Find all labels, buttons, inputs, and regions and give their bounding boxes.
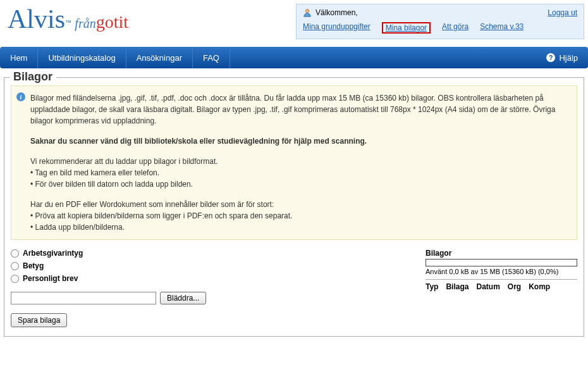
link-schema[interactable]: Schema v.33 — [480, 22, 524, 34]
col-bilaga: Bilaga — [446, 282, 469, 291]
col-datum: Datum — [476, 282, 499, 291]
link-grunduppgifter[interactable]: Mina grunduppgifter — [303, 22, 371, 34]
usage-text: Använt 0,0 kB av 15 MB (15360 kB) (0,0%) — [426, 268, 577, 275]
logo: Alvis™ frångotit — [8, 4, 128, 34]
radio-arbetsgivarintyg-label[interactable]: Arbetsgivarintyg — [23, 249, 83, 258]
nav-help-label: Hjälp — [559, 53, 578, 63]
header: Alvis™ frångotit Välkommen, Logga ut Min… — [0, 0, 588, 46]
radio-betyg-label[interactable]: Betyg — [23, 261, 44, 270]
attachments-panel: Bilagor Använt 0,0 kB av 15 MB (15360 kB… — [426, 249, 577, 327]
link-mina-bilagor[interactable]: Mina bilagor — [382, 22, 431, 34]
welcome-box: Välkommen, Logga ut Mina grunduppgifter … — [296, 4, 584, 39]
nav-hem[interactable]: Hem — [0, 47, 38, 68]
radio-arbetsgivarintyg[interactable] — [11, 249, 19, 258]
radio-personligt-brev[interactable] — [11, 275, 19, 283]
file-path-input[interactable] — [11, 292, 156, 304]
welcome-links: Mina grunduppgifter Mina bilagor Att gör… — [303, 22, 577, 34]
usage-bar — [426, 259, 577, 266]
col-org: Org — [508, 282, 521, 291]
info-p3c: • För över bilden till datorn och ladda … — [30, 178, 569, 190]
col-komp: Komp — [529, 282, 550, 291]
svg-point-0 — [305, 9, 309, 13]
info-p2: Saknar du scanner vänd dig till bibliote… — [30, 135, 569, 147]
info-box: i Bilagor med filändelserna .jpg, .gif, … — [11, 85, 577, 240]
page-title: Bilagor — [9, 70, 56, 84]
nav-help[interactable]: ? Hjälp — [536, 47, 588, 68]
info-p4c: • Ladda upp bilden/bilderna. — [30, 222, 569, 233]
save-button[interactable]: Spara bilaga — [11, 313, 67, 327]
nav-ansokningar[interactable]: Ansökningar — [126, 47, 193, 68]
user-icon — [303, 8, 312, 17]
info-p3b: • Tag en bild med kamera eller telefon. — [30, 167, 569, 178]
bilagor-fieldset: Bilagor i Bilagor med filändelserna .jpg… — [4, 77, 584, 337]
nav-faq[interactable]: FAQ — [193, 47, 230, 68]
info-p4b: • Pröva att kopiera bilden/bilderna som … — [30, 210, 569, 222]
attachments-header: Typ Bilaga Datum Org Komp — [426, 279, 577, 291]
logo-main: Alvis — [8, 4, 65, 34]
col-typ: Typ — [426, 282, 438, 291]
help-icon: ? — [546, 53, 555, 62]
browse-button[interactable]: Bläddra... — [160, 292, 206, 304]
welcome-greeting: Välkommen, — [303, 8, 358, 17]
logo-fran: från — [75, 16, 95, 30]
logo-gotit: gotit — [96, 12, 128, 32]
attachments-title: Bilagor — [426, 249, 577, 258]
info-p3a: Vi rekommenderar att du laddar upp bilag… — [30, 156, 569, 167]
navbar: Hem Utbildningskatalog Ansökningar FAQ ?… — [0, 47, 588, 68]
link-att-gora[interactable]: Att göra — [442, 22, 469, 34]
info-p4a: Har du en PDF eller Wordokument som inne… — [30, 199, 569, 210]
info-p1: Bilagor med filändelserna .jpg, .gif, .t… — [30, 92, 569, 127]
welcome-text: Välkommen, — [315, 8, 358, 17]
info-icon: i — [16, 92, 25, 101]
nav-utbildningskatalog[interactable]: Utbildningskatalog — [38, 47, 126, 68]
upload-form: Arbetsgivarintyg Betyg Personligt brev B… — [11, 249, 413, 327]
logout-link[interactable]: Logga ut — [548, 8, 577, 17]
logo-tm: ™ — [65, 19, 71, 26]
radio-personligt-brev-label[interactable]: Personligt brev — [23, 274, 78, 283]
radio-betyg[interactable] — [11, 262, 19, 270]
